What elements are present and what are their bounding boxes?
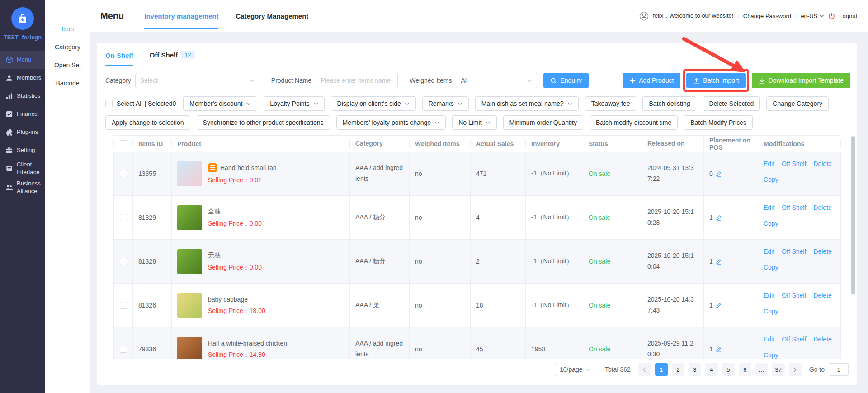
bulk-action-member-s-discount[interactable]: Member's discount bbox=[183, 96, 257, 111]
tab-off-shelf-label: Off Shelf bbox=[150, 51, 178, 59]
placement-cell: 1 bbox=[703, 240, 758, 283]
logout-link[interactable]: Logout bbox=[839, 13, 857, 19]
row-action-edit[interactable]: Edit bbox=[764, 160, 774, 167]
sidebar-item-finance[interactable]: Finance bbox=[0, 105, 45, 123]
page-button-1[interactable]: 1 bbox=[655, 363, 668, 376]
status-cell: On sale bbox=[583, 240, 642, 283]
pencil-icon[interactable] bbox=[716, 214, 722, 221]
row-checkbox[interactable] bbox=[120, 214, 127, 221]
bulk-action-apply-change-to-selection[interactable]: Apply change to selection bbox=[105, 115, 190, 130]
tab-off-shelf[interactable]: Off Shelf 12 bbox=[150, 51, 195, 66]
row-action-off-shelf[interactable]: Off Shelf bbox=[782, 292, 806, 299]
row-checkbox[interactable] bbox=[120, 346, 127, 353]
actual-sales-cell: 18 bbox=[470, 284, 525, 327]
product-image bbox=[177, 249, 202, 274]
total-count: Total 362 bbox=[605, 366, 631, 373]
bulk-action-batch-modify-prices[interactable]: Batch Modify Prices bbox=[684, 115, 753, 130]
row-action-copy[interactable]: Copy bbox=[764, 220, 778, 227]
bulk-action-loyalty-points[interactable]: Loyalty Points bbox=[264, 96, 324, 111]
page-button-6[interactable]: 6 bbox=[739, 363, 751, 376]
row-checkbox[interactable] bbox=[120, 170, 127, 177]
sidebar-item-menu[interactable]: Menu bbox=[0, 51, 45, 69]
product-name-input[interactable] bbox=[316, 73, 398, 88]
bulk-action-no-limit[interactable]: No Limit bbox=[452, 115, 496, 130]
row-action-delete[interactable]: Delete bbox=[813, 248, 831, 255]
sidebar-item-statistics[interactable]: Statistics bbox=[0, 87, 45, 105]
row-checkbox[interactable] bbox=[120, 258, 127, 265]
tab-on-shelf[interactable]: On Shelf bbox=[105, 52, 133, 66]
row-action-off-shelf[interactable]: Off Shelf bbox=[782, 204, 806, 211]
change-password-link[interactable]: Change Password bbox=[743, 13, 791, 19]
row-action-edit[interactable]: Edit bbox=[764, 248, 774, 255]
sidebar-item-label: Client Interface bbox=[17, 161, 43, 176]
add-product-button[interactable]: Add Product bbox=[623, 73, 680, 88]
row-action-copy[interactable]: Copy bbox=[764, 176, 778, 183]
brand-name: TEST_foriegn bbox=[0, 34, 45, 41]
subsidebar-item-category[interactable]: Category bbox=[45, 38, 90, 56]
subsidebar-item-item[interactable]: Item bbox=[45, 20, 90, 38]
bulk-action-batch-delisting[interactable]: Batch delisting bbox=[642, 96, 696, 111]
sidebar-item-business-alliance[interactable]: Business Alliance bbox=[0, 178, 45, 197]
bulk-action-remarks[interactable]: Remarks bbox=[422, 96, 469, 111]
row-action-edit[interactable]: Edit bbox=[764, 204, 774, 211]
table-scrollbar[interactable] bbox=[851, 136, 855, 294]
row-action-delete[interactable]: Delete bbox=[813, 204, 831, 211]
sidebar-item-members[interactable]: Members bbox=[0, 69, 45, 87]
select-all-checkbox[interactable] bbox=[105, 100, 113, 107]
bulk-action-change-category[interactable]: Change Category bbox=[766, 96, 829, 111]
modifications-cell: EditOff ShelfDeleteCopy bbox=[758, 327, 841, 359]
prev-page-button[interactable] bbox=[638, 363, 651, 376]
page-button-3[interactable]: 3 bbox=[689, 363, 701, 376]
bulk-action-minimum-order-quantity[interactable]: Minimum order Quantity bbox=[503, 115, 583, 130]
row-action-delete[interactable]: Delete bbox=[813, 160, 831, 167]
row-action-delete[interactable]: Delete bbox=[813, 292, 831, 299]
category-select[interactable]: Select bbox=[135, 73, 259, 88]
pencil-icon[interactable] bbox=[716, 258, 722, 265]
weighed-items-select[interactable]: All bbox=[456, 73, 537, 88]
goto-page-input[interactable] bbox=[829, 363, 849, 376]
batch-import-button[interactable]: Batch Import bbox=[686, 73, 745, 88]
top-tab-inventory-management[interactable]: Inventory management bbox=[144, 0, 218, 32]
row-action-off-shelf[interactable]: Off Shelf bbox=[782, 160, 806, 167]
locale-select[interactable]: en-US bbox=[801, 13, 824, 19]
page-button-4[interactable]: 4 bbox=[705, 363, 718, 376]
pencil-icon[interactable] bbox=[716, 346, 722, 352]
row-action-off-shelf[interactable]: Off Shelf bbox=[782, 248, 806, 255]
sidebar-item-label: Setting bbox=[17, 147, 35, 154]
next-page-button[interactable] bbox=[789, 363, 802, 376]
enquiry-button[interactable]: Enquiry bbox=[543, 73, 588, 88]
bulk-action-takeaway-fee[interactable]: Takeaway fee bbox=[585, 96, 637, 111]
row-action-copy[interactable]: Copy bbox=[764, 264, 778, 271]
bulk-action-delete-selected[interactable]: Delete Selected bbox=[703, 96, 760, 111]
row-action-copy[interactable]: Copy bbox=[764, 351, 778, 359]
bulk-action-synchronize-to-other-product-specifications[interactable]: Synchronize to other product specificati… bbox=[197, 115, 330, 130]
row-action-delete[interactable]: Delete bbox=[813, 336, 831, 343]
page-button-2[interactable]: 2 bbox=[672, 363, 684, 376]
row-action-edit[interactable]: Edit bbox=[764, 292, 774, 299]
row-action-edit[interactable]: Edit bbox=[764, 336, 774, 343]
top-tab-category-management[interactable]: Category Management bbox=[236, 0, 308, 32]
bulk-action-batch-modify-discount-time[interactable]: Batch modify discount time bbox=[590, 115, 678, 130]
header-select-checkbox[interactable] bbox=[120, 140, 127, 147]
product-cell: baby cabbageSelling Price：18.00 bbox=[171, 284, 349, 327]
bulk-action-display-on-client-s-side[interactable]: Display on client's side bbox=[331, 96, 416, 111]
page-size-select[interactable]: 10/page bbox=[555, 363, 595, 376]
upload-icon bbox=[693, 77, 700, 84]
bulk-action-main-dish-as-set-meal-name[interactable]: Main dish as set meal name? bbox=[475, 96, 579, 111]
bulk-action-label: Loyalty Points bbox=[270, 100, 309, 107]
page-button-5[interactable]: 5 bbox=[722, 363, 735, 376]
bulk-action-members-loyalty-points-change[interactable]: Members' loyalty points change bbox=[336, 115, 446, 130]
subsidebar-item-open-set[interactable]: Open Set bbox=[45, 56, 90, 74]
sidebar-item-plug-ins[interactable]: Plug-ins bbox=[0, 123, 45, 141]
row-action-copy[interactable]: Copy bbox=[764, 308, 778, 315]
sidebar-item-setting[interactable]: Setting bbox=[0, 141, 45, 159]
row-action-off-shelf[interactable]: Off Shelf bbox=[782, 336, 806, 343]
page-title: Menu bbox=[100, 11, 124, 21]
page-button-37[interactable]: 37 bbox=[772, 363, 785, 376]
row-checkbox[interactable] bbox=[120, 302, 127, 309]
sidebar-item-client-interface[interactable]: Client Interface bbox=[0, 159, 45, 178]
pencil-icon[interactable] bbox=[716, 170, 722, 177]
download-import-template-button[interactable]: Download Import Template bbox=[752, 73, 850, 88]
pencil-icon[interactable] bbox=[716, 302, 722, 308]
subsidebar-item-barcode[interactable]: Barcode bbox=[45, 74, 90, 92]
